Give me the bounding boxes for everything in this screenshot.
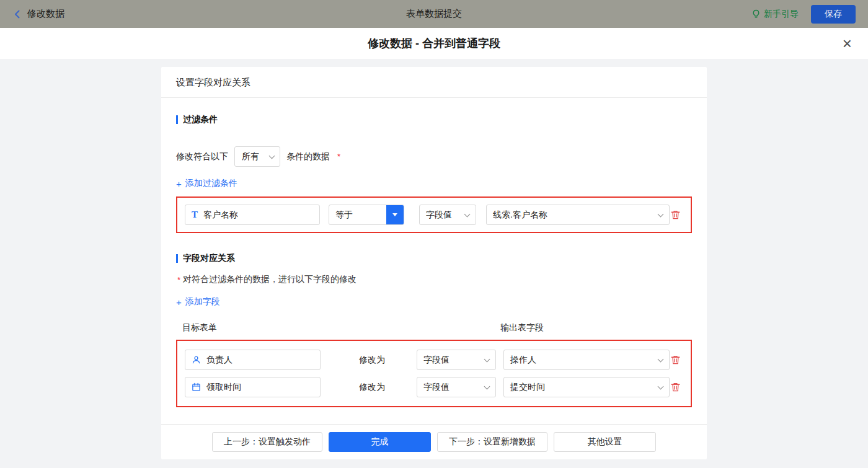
- modify-to-label: 修改为: [359, 355, 390, 366]
- modify-to-label: 修改为: [359, 382, 390, 393]
- chevron-down-icon: [658, 211, 664, 217]
- operator-dropdown-button[interactable]: [386, 205, 404, 224]
- card-footer: 上一步：设置触发动作 完成 下一步：设置新增数据 其他设置: [161, 424, 707, 459]
- topbar-back[interactable]: 修改数据: [12, 8, 211, 20]
- filter-row: T 客户名称 等于 字段值 线索.客户名称: [185, 205, 683, 225]
- card-header: 设置字段对应关系: [161, 67, 707, 98]
- delete-mapping-icon[interactable]: [670, 355, 681, 365]
- mapping-section-title: 字段对应关系: [176, 253, 692, 264]
- required-mark: *: [177, 275, 180, 285]
- filter-section-title: 过滤条件: [176, 114, 692, 125]
- section-accent-bar: [176, 254, 178, 263]
- chevron-down-icon: [658, 383, 664, 389]
- value-type-select[interactable]: 字段值: [419, 205, 476, 225]
- modal-title: 修改数据 - 合并到普通字段: [368, 36, 500, 51]
- settings-card: 设置字段对应关系 过滤条件 修改符合以下 所有 条件的数据 * + 添加过滤条件: [161, 67, 707, 459]
- done-button[interactable]: 完成: [329, 432, 431, 452]
- user-icon: [192, 355, 201, 364]
- guide-label: 新手引导: [764, 9, 799, 20]
- plus-icon: +: [176, 297, 182, 307]
- mapping-row: 领取时间 修改为 字段值 提交时间: [185, 377, 683, 397]
- delete-filter-icon[interactable]: [670, 210, 681, 220]
- match-mode-select[interactable]: 所有: [234, 146, 280, 167]
- target-field-input[interactable]: 领取时间: [185, 377, 321, 397]
- section-accent-bar: [176, 115, 178, 124]
- output-field-select[interactable]: 操作人: [503, 350, 670, 370]
- back-icon[interactable]: [12, 9, 22, 19]
- close-icon[interactable]: ×: [843, 35, 852, 51]
- delete-mapping-icon[interactable]: [670, 382, 681, 392]
- beginner-guide-link[interactable]: 新手引导: [751, 9, 799, 20]
- mapping-column-headers: 目标表单 输出表字段: [176, 322, 692, 333]
- chevron-down-icon: [269, 152, 275, 159]
- condition-suffix: 条件的数据: [286, 151, 330, 162]
- back-label: 修改数据: [27, 8, 64, 20]
- topbar: 修改数据 表单数据提交 新手引导 保存: [0, 0, 868, 28]
- column-header-output-field: 输出表字段: [500, 322, 544, 333]
- mapping-highlight-box: 负责人 修改为 字段值 操作人: [176, 340, 692, 407]
- page-title: 表单数据提交: [211, 8, 657, 20]
- condition-prefix: 修改符合以下: [176, 151, 228, 162]
- chevron-down-icon: [484, 356, 490, 362]
- next-step-button[interactable]: 下一步：设置新增数据: [437, 432, 547, 452]
- required-mark: *: [337, 152, 340, 161]
- plus-icon: +: [176, 179, 182, 189]
- mapping-description: * 对符合过滤条件的数据，进行以下字段的修改: [176, 274, 692, 285]
- chevron-down-icon: [658, 356, 664, 362]
- mapping-row: 负责人 修改为 字段值 操作人: [185, 350, 683, 370]
- add-field-link[interactable]: + 添加字段: [176, 296, 220, 307]
- text-field-icon: T: [192, 210, 198, 220]
- lightbulb-icon: [751, 9, 761, 19]
- condition-row: 修改符合以下 所有 条件的数据 *: [176, 146, 692, 167]
- operator-select[interactable]: 等于: [329, 205, 404, 225]
- prev-step-button[interactable]: 上一步：设置触发动作: [212, 432, 322, 452]
- target-field-input[interactable]: 负责人: [185, 350, 321, 370]
- caret-down-icon: [392, 213, 397, 216]
- other-settings-button[interactable]: 其他设置: [554, 432, 656, 452]
- filter-field-input[interactable]: T 客户名称: [185, 205, 320, 225]
- calendar-icon: [192, 382, 201, 392]
- column-header-target-form: 目标表单: [176, 322, 500, 333]
- chevron-down-icon: [464, 211, 471, 217]
- filter-highlight-box: T 客户名称 等于 字段值 线索.客户名称: [176, 196, 692, 233]
- modal-body: 设置字段对应关系 过滤条件 修改符合以下 所有 条件的数据 * + 添加过滤条件: [0, 59, 868, 468]
- value-type-select[interactable]: 字段值: [417, 377, 496, 397]
- value-type-select[interactable]: 字段值: [417, 350, 496, 370]
- add-filter-condition-link[interactable]: + 添加过滤条件: [176, 178, 237, 189]
- modal-header: 修改数据 - 合并到普通字段 ×: [0, 28, 868, 59]
- save-button[interactable]: 保存: [811, 5, 856, 24]
- filter-value-select[interactable]: 线索.客户名称: [486, 205, 670, 225]
- output-field-select[interactable]: 提交时间: [503, 377, 670, 397]
- chevron-down-icon: [484, 383, 490, 389]
